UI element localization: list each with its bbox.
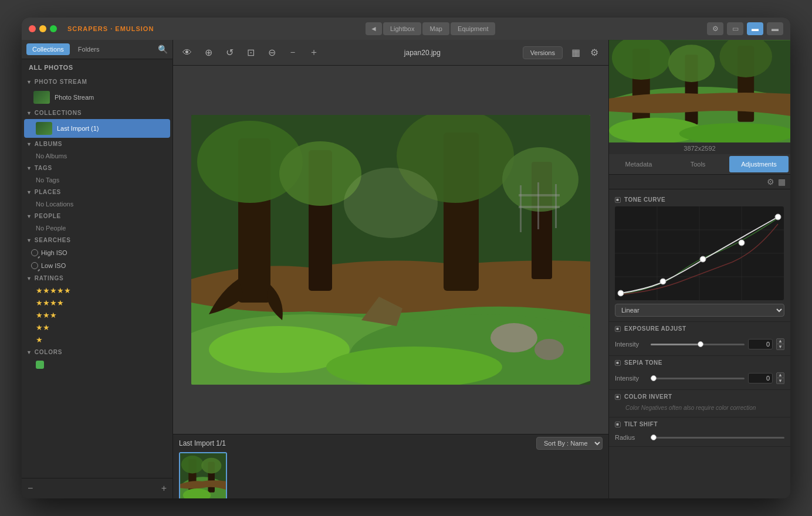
sidebar-remove-button[interactable]: −: [28, 483, 33, 494]
view-triple-button[interactable]: ▬: [767, 22, 783, 35]
view-grid-button[interactable]: ▦: [567, 45, 584, 61]
curve-preset-select[interactable]: Linear: [615, 304, 784, 317]
zoom-out-button[interactable]: －: [285, 45, 301, 61]
tilt-shift-section: ■ TILT SHIFT Radius: [609, 417, 790, 447]
sidebar-section-header-collections[interactable]: ▼ COLLECTIONS: [22, 107, 172, 119]
sepia-step-up[interactable]: ▲: [776, 372, 784, 378]
exposure-value-input[interactable]: [748, 339, 773, 349]
maximize-button[interactable]: [50, 25, 57, 32]
tilt-shift-header[interactable]: ■ TILT SHIFT: [609, 417, 790, 431]
sidebar-section-header-places[interactable]: ▼ PLACES: [22, 186, 172, 198]
view-dual-button[interactable]: ▬: [747, 22, 763, 35]
filmstrip-sort-select[interactable]: Sort By : Name: [536, 437, 603, 450]
sepia-header[interactable]: ■ SEPIA TONE: [609, 356, 790, 369]
sidebar-item-4stars[interactable]: ★★★★: [22, 297, 172, 309]
sidebar-item-5stars[interactable]: ★★★★★: [22, 284, 172, 297]
sidebar-item-photo-stream[interactable]: Photo Stream: [22, 88, 172, 107]
curve-preset: Linear: [615, 304, 784, 317]
sidebar-section-header-photo-stream[interactable]: ▼ PHOTO STREAM: [22, 76, 172, 88]
sidebar-section-tags: ▼ TAGS No Tags: [22, 162, 172, 186]
tone-curve-header[interactable]: ■ TONE CURVE: [609, 193, 790, 206]
filmstrip-thumb-inner-1: [180, 453, 226, 498]
sidebar-item-3stars[interactable]: ★★★: [22, 309, 172, 321]
sidebar-section-header-people[interactable]: ▼ PEOPLE: [22, 210, 172, 222]
center-panel: 👁 ⊕ ↺ ⊡ ⊖ － ＋ japan20.jpg Versions ▦ ⚙: [173, 40, 608, 498]
zoom-in-button[interactable]: ＋: [306, 45, 322, 61]
svg-point-48: [739, 240, 745, 246]
exposure-row: Intensity ▲ ▼: [609, 335, 790, 353]
title-center-nav: ◄ Lightbox Map Equipment: [160, 22, 701, 35]
sidebar-section-header-albums[interactable]: ▼ ALBUMS: [22, 138, 172, 150]
folders-tab[interactable]: Folders: [72, 43, 106, 55]
svg-point-47: [700, 256, 706, 262]
sidebar-section-header-tags[interactable]: ▼ TAGS: [22, 162, 172, 174]
sepia-checkbox[interactable]: ■: [615, 360, 621, 366]
tilt-shift-slider[interactable]: [651, 437, 784, 439]
exposure-slider[interactable]: [651, 344, 745, 345]
sidebar-item-high-iso[interactable]: High ISO: [22, 246, 172, 259]
color-invert-header[interactable]: ■ COLOR INVERT: [609, 390, 790, 403]
panel-columns-button[interactable]: ▦: [778, 177, 786, 186]
view-single-button[interactable]: ▭: [727, 22, 743, 35]
main-image: [191, 115, 590, 385]
sidebar-item-1star[interactable]: ★: [22, 334, 172, 346]
settings-button[interactable]: ⚙: [707, 22, 723, 35]
filmstrip-thumb-1[interactable]: [179, 452, 227, 498]
sidebar-add-button[interactable]: +: [161, 483, 167, 494]
sepia-slider[interactable]: [651, 378, 745, 379]
sepia-step-down[interactable]: ▼: [776, 378, 784, 384]
tilt-shift-checkbox[interactable]: ■: [615, 422, 621, 427]
tone-curve-checkbox[interactable]: ■: [615, 197, 621, 203]
exposure-header[interactable]: ■ EXPOSURE ADJUST: [609, 322, 790, 335]
last-import-thumb: [36, 122, 52, 135]
sidebar-section-header-ratings[interactable]: ▼ RATINGS: [22, 272, 172, 284]
ratings-arrow: ▼: [26, 276, 32, 281]
panel-toolbar: ⚙ ▦: [609, 175, 790, 189]
sidebar-item-2stars[interactable]: ★★: [22, 321, 172, 334]
minimize-button[interactable]: [39, 25, 46, 32]
target-tool-button[interactable]: ⊕: [200, 45, 216, 61]
sidebar-item-low-iso[interactable]: Low ISO: [22, 259, 172, 272]
exposure-step-up[interactable]: ▲: [776, 338, 784, 344]
sepia-stepper: ▲ ▼: [776, 372, 784, 384]
sidebar-section-header-colors[interactable]: ▼ COLORS: [22, 346, 172, 358]
tools-tab[interactable]: Tools: [668, 154, 728, 174]
panel-settings-button[interactable]: ⚙: [767, 177, 774, 186]
metadata-tab[interactable]: Metadata: [609, 154, 668, 174]
people-label: PEOPLE: [35, 213, 61, 219]
sidebar-item-last-import[interactable]: Last Import (1): [24, 119, 170, 138]
exposure-checkbox[interactable]: ■: [615, 326, 621, 332]
sidebar-item-low-iso-label: Low ISO: [41, 262, 66, 269]
sidebar: Collections Folders 🔍 ALL PHOTOS ▼ PHOTO…: [22, 40, 173, 498]
versions-button[interactable]: Versions: [523, 46, 563, 59]
color-invert-section: ■ COLOR INVERT Color Negatives often als…: [609, 390, 790, 417]
lightbox-tab[interactable]: Lightbox: [383, 22, 422, 35]
exposure-step-down[interactable]: ▼: [776, 344, 784, 350]
crop-tool-button[interactable]: ⊡: [242, 45, 259, 61]
exposure-section: ■ EXPOSURE ADJUST Intensity ▲ ▼: [609, 322, 790, 356]
color-invert-checkbox[interactable]: ■: [615, 394, 621, 400]
colors-arrow: ▼: [26, 349, 32, 355]
sidebar-section-header-searches[interactable]: ▼ SEARCHES: [22, 234, 172, 246]
tilt-shift-label: TILT SHIFT: [624, 421, 658, 427]
sidebar-item-no-locations: No Locations: [22, 198, 172, 210]
sidebar-search-button[interactable]: 🔍: [158, 43, 168, 55]
close-button[interactable]: [29, 25, 36, 32]
sepia-value-input[interactable]: [748, 373, 773, 383]
tilt-shift-radius-row: Radius: [609, 431, 790, 444]
svg-point-45: [618, 290, 624, 296]
back-nav-button[interactable]: ◄: [366, 22, 382, 35]
sidebar-item-green-color[interactable]: [36, 361, 44, 369]
panel-tabs: Metadata Tools Adjustments: [609, 154, 790, 175]
eye-tool-button[interactable]: 👁: [179, 45, 195, 61]
tilt-shift-radius-label: Radius: [615, 434, 647, 441]
refresh-tool-button[interactable]: ↺: [221, 45, 238, 61]
view-settings-button[interactable]: ⚙: [586, 45, 603, 61]
equipment-tab[interactable]: Equipment: [451, 22, 496, 35]
collections-tab[interactable]: Collections: [26, 43, 70, 55]
map-tab[interactable]: Map: [422, 22, 449, 35]
sidebar-item-all-photos[interactable]: ALL PHOTOS: [22, 59, 172, 76]
albums-arrow: ▼: [26, 141, 32, 147]
adjustments-tab[interactable]: Adjustments: [729, 156, 789, 172]
zoom-fit-button[interactable]: ⊖: [263, 45, 280, 61]
